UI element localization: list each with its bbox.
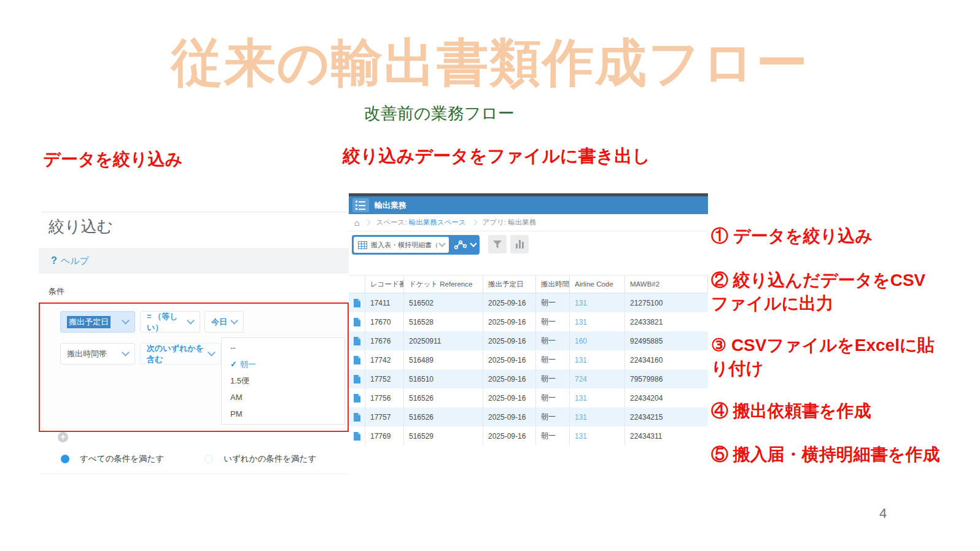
cell-airline-code-link[interactable]: 131 [570,350,625,369]
cell-shipping-date: 2025-09-16 [483,293,536,312]
field-dropdown-1[interactable]: 搬出予定日 [60,311,135,333]
record-document-icon[interactable] [353,394,360,403]
chart-button[interactable] [510,235,529,253]
record-document-icon[interactable] [353,337,360,345]
field-dropdown-2[interactable]: 搬出時間帯 [60,343,135,364]
breadcrumb-space-link[interactable]: 輸出業務スペース [409,218,466,227]
cell-shipping-date: 2025-09-16 [483,369,536,388]
chevron-down-icon [208,349,216,356]
cell-record-number: 17756 [365,388,404,407]
cell-record-number: 17757 [365,407,404,426]
header-airline-code[interactable]: Airline Code [570,276,625,293]
record-document-icon[interactable] [353,413,360,422]
home-icon[interactable]: ⌂ [354,218,359,227]
header-icon-column [349,276,365,293]
header-record-number[interactable]: レコード番号 [365,276,404,293]
cell-docket-reference: 516510 [404,369,483,388]
view-selector[interactable]: 搬入表・横持明細書（… [354,237,449,253]
slide: 従来の輸出書類作成フロー 改善前の業務フロー データを絞り込み 絞り込みデータを… [0,0,980,551]
app-list-icon[interactable] [352,198,369,212]
cell-airline-code-link[interactable]: 131 [570,426,625,445]
operator-dropdown-2[interactable]: 次のいずれかを含む [140,343,221,364]
listbox-option[interactable]: PM [230,409,336,420]
cell-docket-reference: 516529 [404,426,483,445]
step-2: ② 絞り込んだデータをCSVファイルに出力 [711,269,925,315]
condition-label: 条件 [49,286,64,297]
header-docket-reference[interactable]: ドケット Reference [404,276,483,293]
header-mawb[interactable]: MAWB#2 [625,276,708,293]
cell-time-slot: 朝一 [536,293,570,312]
header-time-slot[interactable]: 搬出時間帯 [536,276,570,293]
cell-shipping-date: 2025-09-16 [483,350,536,369]
table-row[interactable]: 17756 516526 2025-09-16 朝一 131 22434204 [349,388,708,407]
record-document-icon[interactable] [353,432,360,441]
cell-shipping-date: 2025-09-16 [483,407,536,426]
table-grid-icon [358,241,367,249]
cell-docket-reference: 516502 [404,293,483,312]
table-row[interactable]: 17769 516529 2025-09-16 朝一 131 22434311 [349,426,708,445]
cell-airline-code-link[interactable]: 131 [570,388,625,407]
help-link[interactable]: ヘルプ [61,255,89,267]
table-row[interactable]: 17670 516528 2025-09-16 朝一 131 22433821 [349,312,708,331]
record-document-icon[interactable] [353,375,360,383]
filter-button[interactable] [488,235,507,253]
record-document-icon[interactable] [353,356,360,364]
cell-docket-reference: 516528 [404,312,483,331]
operator-dropdown-1-value: = （等しい） [147,311,188,333]
table-row[interactable]: 17742 516489 2025-09-16 朝一 131 22434160 [349,350,708,369]
view-selector-label: 搬入表・横持明細書（… [371,241,437,250]
graph-nodes-icon [454,240,467,250]
record-document-icon[interactable] [353,299,360,307]
records-table: レコード番号 ドケット Reference 搬出予定日 搬出時間帯 Airlin… [349,275,708,445]
radio-any-condition[interactable] [204,455,213,463]
cell-record-number: 17742 [365,350,404,369]
table-row[interactable]: 17411 516502 2025-09-16 朝一 131 21275100 [349,293,708,312]
help-icon: ? [51,255,57,266]
cell-airline-code-link[interactable]: 131 [570,312,625,331]
cell-time-slot: 朝一 [536,312,570,331]
table-row[interactable]: 17752 516510 2025-09-16 朝一 724 79579986 [349,369,708,388]
header-shipping-date[interactable]: 搬出予定日 [483,276,536,293]
add-condition-icon[interactable]: + [58,432,68,442]
cell-time-slot: 朝一 [536,407,570,426]
radio-all-conditions[interactable] [61,455,69,463]
graph-view-button[interactable] [454,240,476,250]
cell-docket-reference: 516526 [404,407,483,426]
listbox-option[interactable]: -- [230,342,336,353]
cell-airline-code-link[interactable]: 160 [570,331,625,350]
match-mode-radios: すべての条件を満たす いずれかの条件を満たす [39,453,349,465]
breadcrumb-app-crumb: アプリ: 輸出業務 [483,218,537,227]
breadcrumb-separator-icon [471,220,477,226]
listbox-option-selected[interactable]: ✓ 朝一 [230,359,336,370]
step-4: ④ 搬出依頼書を作成 [711,399,871,423]
kintone-screenshot: 輸出業務 ⌂ スペース: 輸出業務スペース アプリ: 輸出業務 [349,193,708,448]
app-title: 輸出業務 [375,200,406,211]
cell-mawb: 21275100 [625,293,708,312]
cell-airline-code-link[interactable]: 131 [570,407,625,426]
listbox-option[interactable]: AM [230,392,336,403]
cell-mawb: 22434215 [625,407,708,426]
view-selector-group: 搬入表・横持明細書（… [352,235,480,255]
funnel-icon [492,240,502,249]
step-5: ⑤ 搬入届・横持明細書を作成 [711,443,939,466]
table-row[interactable]: 17757 516526 2025-09-16 朝一 131 22434215 [349,407,708,426]
cell-shipping-date: 2025-09-16 [483,312,536,331]
annotation-filter-data: データを絞り込み [43,148,182,171]
cell-airline-code-link[interactable]: 724 [570,369,625,388]
record-document-icon[interactable] [353,318,360,326]
cell-shipping-date: 2025-09-16 [483,426,536,445]
page-subtitle: 改善前の業務フロー [364,102,515,125]
cell-airline-code-link[interactable]: 131 [570,293,625,312]
cell-mawb: 22434311 [625,426,708,445]
listbox-option[interactable]: 1.5便 [230,376,336,387]
time-slot-listbox[interactable]: -- ✓ 朝一 1.5便 AM PM [221,337,345,425]
value-dropdown-1[interactable]: 今日 [204,311,244,333]
cell-time-slot: 朝一 [536,331,570,350]
chevron-down-icon [438,240,445,247]
chevron-down-icon [470,240,476,247]
cell-time-slot: 朝一 [536,350,570,369]
operator-dropdown-1[interactable]: = （等しい） [140,311,200,333]
cell-time-slot: 朝一 [536,426,570,445]
table-row[interactable]: 17676 20250911 2025-09-16 朝一 160 9249588… [349,331,708,350]
cell-mawb: 92495885 [625,331,708,350]
